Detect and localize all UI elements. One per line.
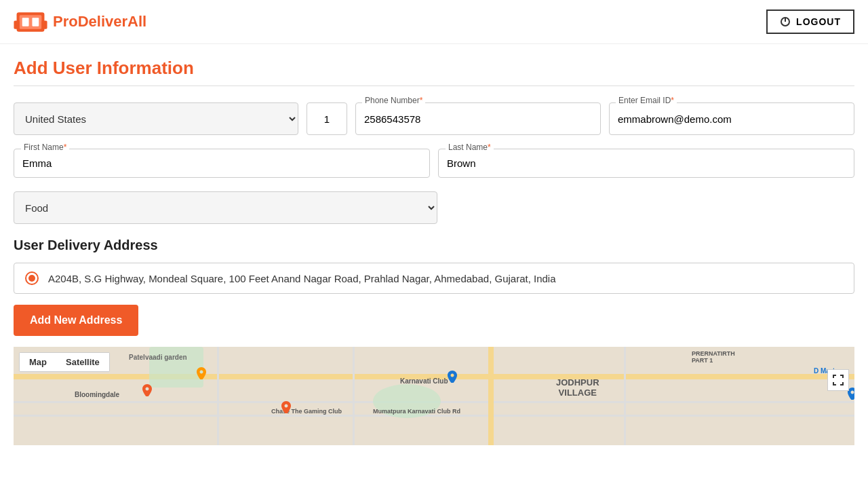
address-text: A204B, S.G Highway, Mondeal Square, 100 … — [48, 273, 556, 284]
phone-label: Phone Number* — [362, 96, 425, 105]
header: ProDeliverAll LOGOUT — [0, 0, 868, 44]
radio-inner — [28, 275, 35, 282]
logo: ProDeliverAll — [14, 7, 146, 37]
map-tab-button[interactable]: Map — [20, 353, 56, 371]
logo-text: ProDeliverAll — [53, 13, 146, 31]
phone-code-wrapper — [307, 102, 347, 135]
svg-rect-5 — [41, 20, 47, 29]
green-area-1 — [149, 347, 203, 388]
last-name-input[interactable] — [447, 155, 846, 172]
phone-code-input[interactable] — [307, 102, 347, 135]
first-name-label: First Name* — [21, 143, 69, 152]
first-name-wrapper: First Name* — [14, 149, 430, 178]
map-pin-4 — [448, 371, 457, 383]
map-pin-3 — [281, 401, 291, 413]
form-row-contact: United States Canada United Kingdom Aust… — [14, 102, 854, 135]
svg-rect-2 — [22, 18, 29, 26]
country-select-wrapper: United States Canada United Kingdom Aust… — [14, 102, 298, 135]
page-title: Add User Information — [14, 58, 854, 79]
logo-icon — [14, 7, 47, 37]
address-row: A204B, S.G Highway, Mondeal Square, 100 … — [14, 263, 854, 294]
map-label-karnavati: Karnavati Club — [400, 377, 448, 385]
map-fullscreen-button[interactable] — [827, 369, 849, 391]
road-h3 — [14, 415, 854, 417]
svg-rect-4 — [14, 20, 19, 29]
category-wrapper: Food Grocery Electronics Pharmacy — [14, 191, 437, 224]
main-content: Add User Information United States Canad… — [0, 44, 868, 459]
road-v3 — [353, 347, 355, 445]
svg-rect-3 — [32, 18, 39, 26]
fullscreen-icon — [833, 375, 844, 385]
logout-button[interactable]: LOGOUT — [766, 10, 854, 34]
map-label-jodhpur: JODHPURVILLAGE — [556, 377, 599, 398]
country-select[interactable]: United States Canada United Kingdom Aust… — [14, 102, 298, 135]
email-input[interactable] — [609, 102, 854, 135]
delivery-address-title: User Delivery Address — [14, 238, 854, 253]
map-pin-2 — [197, 367, 206, 379]
map-label-mumatpura: Mumatpura Karnavati Club Rd — [373, 408, 460, 415]
first-name-input[interactable] — [22, 155, 421, 172]
road-v2 — [217, 347, 219, 445]
road-v1 — [488, 347, 494, 445]
phone-field-wrapper: Phone Number* — [355, 102, 601, 135]
form-row-name: First Name* Last Name* — [14, 149, 854, 178]
map-container: Swati Bloomingdale Patelvaadi garden Kar… — [14, 347, 854, 445]
power-icon — [780, 16, 791, 27]
last-name-wrapper: Last Name* — [438, 149, 854, 178]
email-field-wrapper: Enter Email ID* — [609, 102, 854, 135]
map-background: Swati Bloomingdale Patelvaadi garden Kar… — [14, 347, 854, 445]
map-label-patelvaadi: Patelvaadi garden — [129, 354, 187, 361]
map-label-bloomingdale: Bloomingdale — [75, 391, 119, 398]
map-pin-1 — [142, 384, 152, 396]
category-select[interactable]: Food Grocery Electronics Pharmacy — [14, 191, 437, 224]
email-label: Enter Email ID* — [616, 96, 677, 105]
phone-input[interactable] — [355, 102, 601, 135]
add-address-button[interactable]: Add New Address — [14, 305, 138, 336]
address-radio[interactable] — [25, 271, 39, 285]
satellite-tab-button[interactable]: Satellite — [56, 353, 109, 371]
map-label-prernatirth: PRERNATIRTHPART 1 — [692, 350, 735, 364]
divider — [14, 86, 854, 86]
last-name-label: Last Name* — [446, 143, 494, 152]
road-v4 — [624, 347, 626, 445]
form-row-category: Food Grocery Electronics Pharmacy — [14, 191, 854, 224]
map-controls: Map Satellite — [19, 352, 110, 372]
